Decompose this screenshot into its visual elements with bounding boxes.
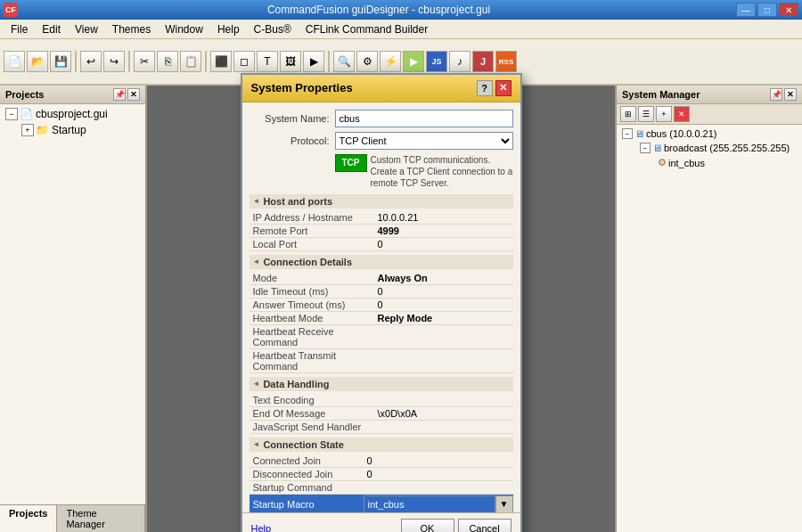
disconnected-join-label: Disconnected Join	[250, 467, 364, 480]
menu-cflink[interactable]: CFLink Command Builder	[299, 21, 435, 37]
sys-toolbar-add[interactable]: +	[656, 106, 672, 122]
cancel-button[interactable]: Cancel	[458, 519, 511, 533]
toolbar-rss[interactable]: RSS	[495, 51, 517, 72]
panel-pin-button[interactable]: 📌	[113, 88, 126, 101]
sys-item-cbus[interactable]: − 🖥 cbus (10.0.0.21)	[618, 127, 800, 141]
toolbar-redo[interactable]: ↪	[103, 51, 125, 72]
tcp-badge: TCP	[335, 154, 367, 172]
table-row: Disconnected Join 0	[250, 467, 513, 480]
toolbar-zoom-in[interactable]: 🔍	[333, 51, 355, 72]
table-row: End Of Message \x0D\x0A	[250, 406, 513, 420]
expand-startup[interactable]: +	[21, 124, 34, 136]
tab-theme-manager[interactable]: Theme Manager	[57, 505, 145, 532]
system-manager-panel: System Manager 📌 ✕ ⊞ ☰ + ✕ − 🖥 cbus (10.…	[615, 86, 802, 532]
toolbar-btn5[interactable]: ⬛	[210, 51, 232, 72]
menu-file[interactable]: File	[4, 21, 35, 37]
sys-toolbar-delete[interactable]: ✕	[674, 106, 690, 122]
sys-toolbar-grid[interactable]: ⊞	[620, 106, 636, 122]
title-bar: CF CommandFusion guiDesigner - cbusproje…	[0, 0, 802, 20]
tab-projects[interactable]: Projects	[0, 505, 57, 532]
projects-panel: Projects 📌 ✕ − 📄 cbusproject.gui + 📁 Sta…	[0, 86, 147, 532]
protocol-select[interactable]: TCP Client UDP Serial	[335, 132, 513, 150]
table-row: Answer Timeout (ms) 0	[250, 298, 513, 311]
dialog-body: System Name: Protocol: TCP Client UDP Se…	[242, 102, 520, 512]
toolbar-btn9[interactable]: ▶	[303, 51, 324, 72]
heartbeat-mode-value: Reply Mode	[374, 311, 513, 324]
sys-manager-toolbar: ⊞ ☰ + ✕	[617, 104, 802, 125]
toolbar-cut[interactable]: ✂	[134, 51, 155, 72]
menu-edit[interactable]: Edit	[35, 21, 68, 37]
dialog-help-button[interactable]: ?	[477, 80, 493, 96]
sys-toolbar-list[interactable]: ☰	[638, 106, 654, 122]
close-button[interactable]: ✕	[779, 3, 798, 17]
sys-subsubtree: ⚙ int_cbus	[636, 155, 800, 170]
projects-panel-header: Projects 📌 ✕	[0, 86, 145, 104]
connection-details-table: Mode Always On Idle Timeout (ms) 0 Answe…	[250, 272, 513, 373]
design-canvas[interactable]: System Properties ? ✕ System Name: Proto…	[147, 86, 615, 532]
toolbar-save[interactable]: 💾	[50, 51, 71, 72]
host-ports-table: IP Address / Hostname 10.0.0.21 Remote P…	[250, 211, 513, 251]
expand-project[interactable]: −	[5, 108, 18, 120]
toolbar-open[interactable]: 📂	[27, 51, 48, 72]
dialog-title-bar: System Properties ? ✕	[242, 75, 520, 102]
sys-item-broadcast[interactable]: − 🖥 broadcast (255.255.255.255)	[636, 141, 800, 155]
toolbar-btn8[interactable]: 🖼	[280, 51, 301, 72]
startup-macro-dropdown[interactable]: ▼	[495, 495, 513, 512]
sys-panel-pin[interactable]: 📌	[770, 88, 782, 101]
system-manager-header: System Manager 📌 ✕	[617, 86, 802, 104]
menu-cbus[interactable]: C-Bus®	[247, 21, 299, 37]
broadcast-label: broadcast (255.255.255.255)	[664, 143, 790, 153]
menu-window[interactable]: Window	[158, 21, 210, 37]
toolbar-js[interactable]: JS	[426, 51, 447, 72]
toolbar-music[interactable]: ♪	[449, 51, 471, 72]
sys-panel-close[interactable]: ✕	[784, 88, 797, 101]
system-name-label: System Name:	[250, 113, 330, 124]
intcbus-icon: ⚙	[658, 157, 667, 168]
table-row: Heartbeat Receive Command	[250, 324, 513, 348]
toolbar-sep1	[75, 51, 77, 72]
help-link[interactable]: Help	[251, 523, 401, 533]
tree-item-project[interactable]: − 📄 cbusproject.gui	[2, 106, 143, 122]
end-of-message-value: \x0D\x0A	[374, 406, 513, 420]
toolbar-paste[interactable]: 📋	[180, 51, 201, 72]
panel-tabs: Projects Theme Manager	[0, 504, 145, 532]
table-row: Connected Join 0	[250, 454, 513, 468]
table-row: Remote Port 4999	[250, 224, 513, 237]
table-row: Mode Always On	[250, 272, 513, 285]
text-encoding-label: Text Encoding	[250, 394, 374, 407]
toolbar-sep4	[328, 51, 330, 72]
toolbar-settings[interactable]: ⚡	[380, 51, 401, 72]
expand-broadcast[interactable]: −	[640, 143, 651, 153]
expand-cbus[interactable]: −	[622, 128, 633, 139]
toolbar-sep2	[128, 51, 130, 72]
system-panel-buttons: 📌 ✕	[770, 88, 797, 101]
sys-item-intcbus[interactable]: ⚙ int_cbus	[654, 155, 800, 170]
startup-macro-input[interactable]	[364, 495, 495, 512]
js-send-handler-value	[374, 420, 513, 433]
ok-button[interactable]: OK	[401, 519, 454, 533]
dialog-close-button[interactable]: ✕	[495, 80, 511, 96]
menu-help[interactable]: Help	[210, 21, 247, 37]
menu-themes[interactable]: Themes	[105, 21, 158, 37]
toolbar-run[interactable]: ▶	[403, 51, 424, 72]
system-manager-title: System Manager	[622, 89, 700, 100]
answer-timeout-value: 0	[374, 298, 513, 311]
system-name-input[interactable]	[335, 110, 513, 127]
toolbar-zoom-out[interactable]: ⚙	[356, 51, 378, 72]
section-connection-state: Connection State	[250, 438, 513, 452]
toolbar-copy[interactable]: ⎘	[157, 51, 178, 72]
menu-view[interactable]: View	[68, 21, 105, 37]
tree-item-startup[interactable]: + 📁 Startup	[18, 122, 143, 138]
maximize-button[interactable]: □	[757, 3, 777, 17]
toolbar-new[interactable]: 📄	[4, 51, 25, 72]
minimize-button[interactable]: —	[736, 3, 756, 17]
toolbar-undo[interactable]: ↩	[80, 51, 102, 72]
app-icon: CF	[4, 3, 18, 17]
table-row: Startup Command	[250, 480, 513, 494]
connected-join-value: 0	[364, 454, 513, 468]
panel-close-button[interactable]: ✕	[127, 88, 140, 101]
local-port-value: 0	[374, 237, 513, 250]
toolbar-btn6[interactable]: ◻	[233, 51, 255, 72]
toolbar-btn7[interactable]: T	[257, 51, 278, 72]
toolbar-j[interactable]: J	[472, 51, 494, 72]
